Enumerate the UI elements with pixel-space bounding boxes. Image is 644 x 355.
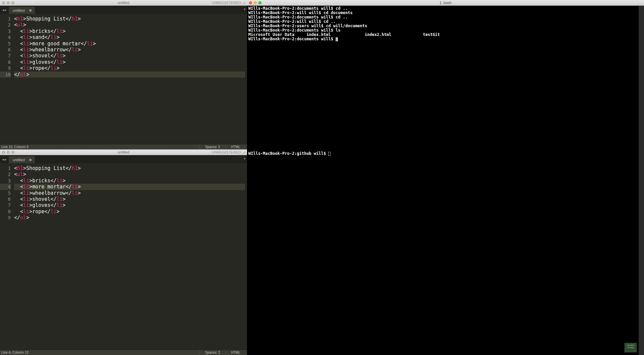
cursor-position: Line 4, Column 12 (1, 351, 29, 354)
code-lines[interactable]: <h1>Shopping List</h1><ul> <li>bricks</l… (14, 163, 245, 350)
cursor-position: Line 10, Column 6 (1, 145, 29, 149)
status-bar: Line 10, Column 6 Spaces: 2 HTML (0, 144, 247, 149)
close-icon[interactable] (2, 151, 5, 154)
scrollbar[interactable] (639, 6, 644, 149)
syntax-mode[interactable]: HTML (226, 145, 246, 149)
right-column: 1. bash WIlls-MacBook-Pro-2:documents wi… (247, 0, 644, 355)
expand-icon[interactable]: ⤢ (243, 150, 246, 154)
titlebar[interactable]: untitled UNREGISTERED ⤢ (0, 0, 247, 6)
tab-nav-arrows: ◀ ▶ (0, 6, 9, 14)
tab-bar: ◀ ▶ untitled ▼ (0, 155, 247, 163)
registration-badge: UNREGISTERED (212, 150, 247, 154)
window-title: untitled (0, 150, 247, 154)
minimize-icon[interactable] (254, 1, 257, 4)
tab-label: untitled (13, 8, 24, 12)
zoom-icon[interactable] (11, 1, 14, 4)
registration-badge: UNREGISTERED (212, 1, 247, 5)
minimize-icon[interactable] (7, 151, 10, 154)
scrollbar[interactable] (639, 149, 644, 355)
status-bar: Line 4, Column 12 Spaces: 2 HTML (0, 350, 247, 355)
terminal-window-2: WIlls-MacBook-Pro-2:github will$ LEARN C… (247, 149, 644, 355)
expand-icon[interactable]: ⤢ (243, 1, 246, 4)
titlebar[interactable]: 1. bash (247, 0, 644, 6)
window-title: untitled (0, 1, 247, 5)
tab-back-icon[interactable]: ◀ (2, 158, 4, 161)
dirty-indicator-icon (29, 159, 32, 161)
tab-back-icon[interactable]: ◀ (2, 8, 4, 12)
cursor-icon (336, 37, 338, 41)
tab-overflow-icon[interactable]: ▼ (244, 157, 246, 161)
editor-window-1: untitled UNREGISTERED ⤢ ◀ ▶ untitled ▼ 1… (0, 0, 247, 149)
indent-setting[interactable]: Spaces: 2 (199, 351, 225, 354)
tab-forward-icon[interactable]: ▶ (5, 8, 7, 12)
terminal-window-1: 1. bash WIlls-MacBook-Pro-2:documents wi… (247, 0, 644, 149)
line-gutter: 123456789 (0, 163, 14, 350)
traffic-lights (247, 1, 261, 4)
tab-label: untitled (13, 158, 24, 162)
close-icon[interactable] (249, 1, 252, 4)
minimize-icon[interactable] (7, 1, 10, 4)
terminal-body[interactable]: WIlls-MacBook-Pro-2:documents will$ cd .… (247, 6, 644, 149)
tab-untitled[interactable]: untitled (9, 7, 35, 14)
code-lines[interactable]: <h1>Shopping List</h1><ul> <li>bricks</l… (14, 14, 245, 144)
zoom-icon[interactable] (11, 151, 14, 154)
tab-nav-arrows: ◀ ▶ (0, 155, 9, 163)
code-area[interactable]: 12345678910 <h1>Shopping List</h1><ul> <… (0, 14, 247, 144)
editor-window-2: untitled UNREGISTERED ⤢ ◀ ▶ untitled ▼ 1… (0, 149, 247, 355)
traffic-lights (0, 1, 14, 4)
indent-setting[interactable]: Spaces: 2 (199, 145, 225, 149)
traffic-lights (0, 151, 14, 154)
tab-bar: ◀ ▶ untitled ▼ (0, 6, 247, 14)
syntax-mode[interactable]: HTML (226, 351, 246, 354)
cursor-icon (328, 152, 331, 156)
window-title: 1. bash (247, 1, 644, 5)
tab-forward-icon[interactable]: ▶ (5, 158, 7, 161)
titlebar[interactable]: untitled UNREGISTERED ⤢ (0, 149, 247, 155)
close-icon[interactable] (2, 1, 5, 4)
code-area[interactable]: 123456789 <h1>Shopping List</h1><ul> <li… (0, 163, 247, 350)
line-gutter: 12345678910 (0, 14, 14, 144)
zoom-icon[interactable] (258, 1, 261, 4)
left-column: untitled UNREGISTERED ⤢ ◀ ▶ untitled ▼ 1… (0, 0, 247, 355)
tab-overflow-icon[interactable]: ▼ (244, 7, 246, 11)
dirty-indicator-icon (29, 9, 32, 11)
terminal-body[interactable]: WIlls-MacBook-Pro-2:github will$ (247, 149, 644, 355)
watermark-badge: LEARN CODE (625, 343, 637, 352)
tab-untitled[interactable]: untitled (9, 156, 35, 163)
